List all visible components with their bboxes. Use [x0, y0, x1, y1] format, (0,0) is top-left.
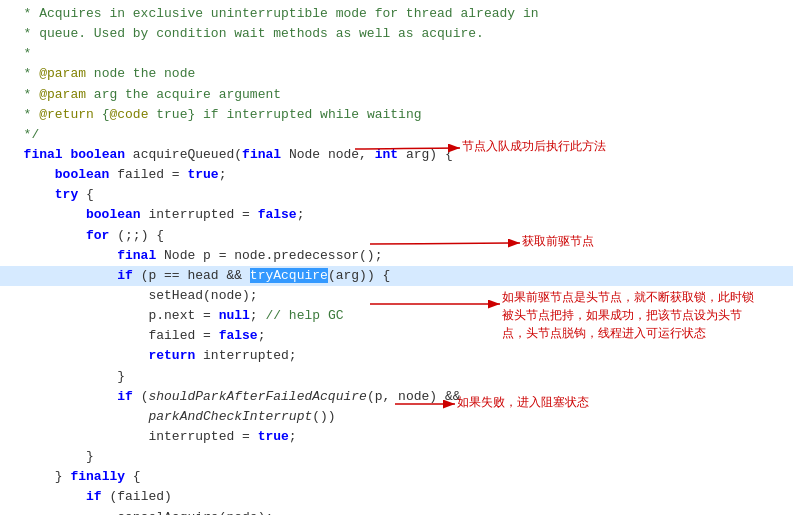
- code-line: * @param arg the acquire argument: [0, 85, 793, 105]
- code-line: cancelAcquire(node);: [0, 508, 793, 515]
- code-line: interrupted = true;: [0, 427, 793, 447]
- code-line-highlighted: if (p == head && tryAcquire(arg)) {: [0, 266, 793, 286]
- code-container: * Acquires in exclusive uninterruptible …: [0, 0, 793, 515]
- code-line: final Node p = node.predecessor();: [0, 246, 793, 266]
- code-line: failed = false;: [0, 326, 793, 346]
- code-line: p.next = null; // help GC: [0, 306, 793, 326]
- code-line: * Acquires in exclusive uninterruptible …: [0, 4, 793, 24]
- code-line: parkAndCheckInterrupt()): [0, 407, 793, 427]
- code-line: }: [0, 447, 793, 467]
- code-line: boolean interrupted = false;: [0, 205, 793, 225]
- code-line: */: [0, 125, 793, 145]
- code-line: setHead(node);: [0, 286, 793, 306]
- code-line: return interrupted;: [0, 346, 793, 366]
- code-line: boolean failed = true;: [0, 165, 793, 185]
- code-line: for (;;) {: [0, 226, 793, 246]
- code-line: if (shouldParkAfterFailedAcquire(p, node…: [0, 387, 793, 407]
- code-line: } finally {: [0, 467, 793, 487]
- code-line: * @param node the node: [0, 64, 793, 84]
- code-line: try {: [0, 185, 793, 205]
- code-line: final boolean acquireQueued(final Node n…: [0, 145, 793, 165]
- code-line: if (failed): [0, 487, 793, 507]
- code-line: * queue. Used by condition wait methods …: [0, 24, 793, 44]
- code-line: *: [0, 44, 793, 64]
- code-line: }: [0, 367, 793, 387]
- code-line: * @return {@code true} if interrupted wh…: [0, 105, 793, 125]
